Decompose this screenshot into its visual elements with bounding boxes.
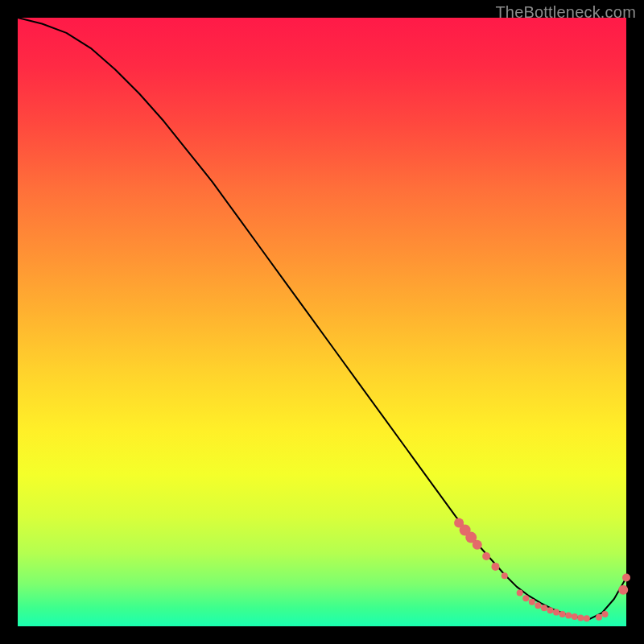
data-point [602, 611, 609, 617]
data-point [565, 612, 572, 618]
data-point [547, 607, 554, 613]
chart-stage: TheBottleneck.com [0, 0, 644, 644]
data-point [553, 609, 559, 616]
watermark-text: TheBottleneck.com [495, 3, 636, 22]
data-point [577, 614, 584, 621]
data-point [482, 552, 490, 560]
data-point [618, 585, 628, 595]
data-point [541, 605, 547, 611]
data-point [596, 614, 602, 621]
bottleneck-curve [18, 18, 626, 619]
data-point [584, 615, 590, 621]
data-point [522, 595, 529, 601]
data-point [502, 572, 508, 579]
data-point [473, 540, 482, 550]
data-point [572, 613, 578, 620]
marker-group [454, 518, 630, 621]
chart-overlay [18, 18, 626, 626]
data-point [535, 602, 541, 609]
data-point [529, 599, 535, 605]
data-point [491, 563, 499, 571]
data-point [559, 611, 566, 617]
data-point [517, 589, 523, 596]
data-point [622, 574, 630, 582]
